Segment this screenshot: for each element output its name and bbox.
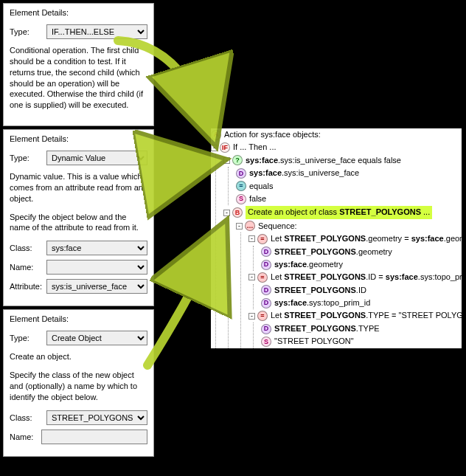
let-icon: = <box>257 272 268 283</box>
question-icon: ? <box>232 155 243 165</box>
class-label: Class: <box>10 244 46 252</box>
node-label: .ID <box>356 285 366 296</box>
node-label: .sys:topo_prim_id <box>307 297 370 308</box>
node-label: Sequence: <box>258 221 297 232</box>
node-label: .sys:is_universe_face equals false <box>278 155 401 166</box>
node-label: .TYPE <box>356 323 380 334</box>
node-label: STREET_POLYGONS <box>274 323 356 334</box>
type-select[interactable]: Dynamic Value <box>46 151 147 165</box>
tree-node-sequence[interactable]: - … Sequence: <box>236 220 462 232</box>
dynamic-icon: D <box>261 260 271 270</box>
tree-node[interactable]: D STREET_POLYGONS.ID <box>261 284 462 297</box>
panel-title: Element Details: <box>10 314 147 323</box>
dynamic-icon: D <box>261 285 271 295</box>
panel-if-then-else: Element Details: Type: IF...THEN...ELSE … <box>3 3 154 126</box>
type-label: Type: <box>10 334 46 342</box>
node-label: STREET_POLYGONS <box>274 285 356 296</box>
tree-node[interactable]: D STREET_POLYGONS.geometry <box>261 246 462 258</box>
collapse-icon[interactable]: - <box>236 223 243 230</box>
collapse-icon[interactable]: - <box>248 313 255 320</box>
collapse-icon[interactable]: - <box>211 145 218 151</box>
static-icon: S <box>261 337 271 347</box>
panel-create-object: Element Details: Type: Create Object Cre… <box>3 309 154 456</box>
tree-node[interactable]: S false <box>236 193 462 205</box>
class-select[interactable]: sys:face <box>46 241 147 255</box>
tree-node-let[interactable]: - = Let STREET_POLYGONS.geometry = sys:f… <box>248 232 462 245</box>
let-icon: = <box>257 311 268 321</box>
sequence-icon: … <box>245 221 255 231</box>
node-label: Let STREET_POLYGONS.ID = sys:face.sys:to… <box>271 272 466 283</box>
node-label: sys:face <box>249 168 282 179</box>
node-label: .geometry <box>307 259 343 270</box>
name-label: Name: <box>10 432 41 441</box>
collapse-icon[interactable]: - <box>223 210 230 216</box>
name-input[interactable] <box>41 430 147 444</box>
class-select[interactable]: STREET_POLYGONS <box>46 410 147 425</box>
panel-title: Element Details: <box>10 134 147 143</box>
type-select[interactable]: IF...THEN...ELSE <box>46 24 147 39</box>
collapse-icon[interactable]: - <box>223 157 230 164</box>
tree-node-condition[interactable]: - ? sys:face.sys:is_universe_face equals… <box>223 154 462 167</box>
tree-node[interactable]: D sys:face.sys:topo_prim_id <box>261 297 462 309</box>
tree-node-create[interactable]: - B Create an object of class STREET_POL… <box>223 205 462 219</box>
tree-node-let[interactable]: - = Let STREET_POLYGONS.ID = sys:face.sy… <box>248 271 462 283</box>
name-label: Name: <box>10 263 46 272</box>
dynamic-icon: D <box>236 168 246 179</box>
dynamic-icon: D <box>261 246 271 257</box>
equals-icon: = <box>236 181 246 191</box>
node-label: .geometry <box>356 246 392 258</box>
node-label: Let STREET_POLYGONS.TYPE = "STREET POLYG… <box>271 310 466 321</box>
type-select[interactable]: Create Object <box>46 331 147 345</box>
build-icon: B <box>232 207 243 218</box>
collapse-icon[interactable]: - <box>248 274 255 280</box>
node-label: "STREET POLYGON" <box>274 336 354 347</box>
tree-node[interactable]: D STREET_POLYGONS.TYPE <box>261 322 462 335</box>
class-label: Class: <box>10 413 46 422</box>
panel-dynamic-value: Element Details: Type: Dynamic Value Dyn… <box>3 129 154 306</box>
tree-node-action[interactable]: A Action for sys:face objects: <box>211 128 462 141</box>
tree-node-if[interactable]: - IF If ... Then ... <box>211 141 462 154</box>
description2: Specify the class of the new object and … <box>10 370 147 403</box>
type-label: Type: <box>10 154 46 162</box>
node-label: sys:face <box>246 155 278 166</box>
name-select[interactable] <box>46 260 147 275</box>
panel-title: Element Details: <box>10 8 147 17</box>
description: Dynamic value. This is a value which com… <box>10 171 147 204</box>
tree-node-let[interactable]: - = Let STREET_POLYGONS.TYPE = "STREET P… <box>248 309 462 322</box>
description: Conditional operation. The first child s… <box>10 45 147 111</box>
tree-node[interactable]: S "STREET POLYGON" <box>261 335 462 348</box>
dynamic-icon: D <box>261 298 271 308</box>
node-label: equals <box>249 181 273 192</box>
type-label: Type: <box>10 27 46 36</box>
node-label: sys:face <box>274 297 307 308</box>
node-label: sys:face <box>274 259 307 270</box>
node-label: Action for sys:face objects: <box>224 129 321 140</box>
node-label: false <box>249 193 266 204</box>
if-icon: IF <box>220 142 230 153</box>
tree-node[interactable]: D sys:face.geometry <box>261 258 462 271</box>
static-icon: S <box>236 194 246 204</box>
description: Create an object. <box>10 351 147 362</box>
logic-tree: A Action for sys:face objects: - IF If .… <box>211 128 462 348</box>
node-label: STREET_POLYGONS <box>274 246 356 258</box>
node-label: Let STREET_POLYGONS.geometry = sys:face.… <box>271 233 466 244</box>
attribute-select[interactable]: sys:is_universe_face <box>46 279 147 294</box>
let-icon: = <box>257 234 268 244</box>
attribute-label: Attribute: <box>10 282 46 291</box>
action-icon: A <box>211 130 221 140</box>
description2: Specify the object below and the name of… <box>10 212 147 234</box>
node-label: .sys:is_universe_face <box>282 168 359 179</box>
tree-node[interactable]: D sys:face.sys:is_universe_face <box>236 167 462 179</box>
node-label: If ... Then ... <box>233 142 277 153</box>
collapse-icon[interactable]: - <box>248 235 255 242</box>
dynamic-icon: D <box>261 324 271 334</box>
node-label-highlighted: Create an object of class STREET_POLYGON… <box>246 206 432 218</box>
tree-node[interactable]: = equals <box>236 180 462 193</box>
